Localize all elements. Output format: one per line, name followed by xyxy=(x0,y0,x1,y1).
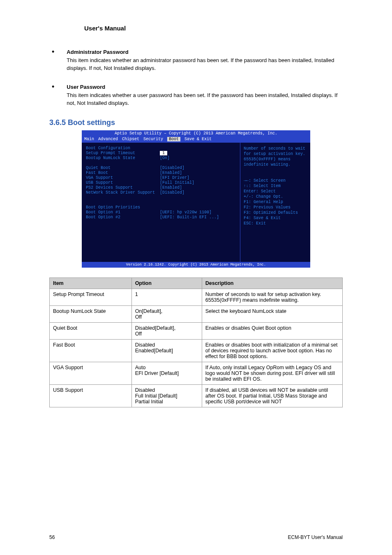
bios-menu-bar: Main Advanced Chipset Security Boot Save… xyxy=(82,136,310,143)
bios-row-value: 1 xyxy=(160,151,167,155)
table-row: Setup Prompt Timeout1Number of seconds t… xyxy=(50,289,343,306)
bios-row-label: PS2 Devices Support xyxy=(86,185,160,190)
manual-title: User's Manual xyxy=(84,25,126,32)
bios-key: →←: Select Screen xyxy=(244,178,307,183)
bullet-title: User Password xyxy=(67,84,343,90)
bios-key: F2: Previous Values xyxy=(244,205,307,210)
bios-row-value: [Enabled] xyxy=(160,171,182,175)
cell-option: Disabled Full Initial [Default] Partial … xyxy=(131,385,202,407)
table-row: Bootup NumLock StateOn[Default], OffSele… xyxy=(50,306,343,323)
bios-row: VGA Support[EFI Driver] xyxy=(86,176,236,180)
th-option: Option xyxy=(131,278,202,289)
bios-row-value: [Enabled] xyxy=(160,185,182,190)
bios-menu-chipset: Chipset xyxy=(122,137,139,141)
bios-row: Bootup NumLock State[On] xyxy=(86,156,236,160)
bios-row: USB Support[Full Initial] xyxy=(86,180,236,185)
bios-key: Enter: Select xyxy=(244,189,307,194)
content: • Administrator Password This item indic… xyxy=(0,36,392,407)
footer-title: ECM-BYT User's Manual xyxy=(288,534,343,540)
bios-row-value: [EFI Driver] xyxy=(160,176,189,180)
bios-help-text: Number of seconds to wait for setup acti… xyxy=(244,146,307,167)
section-heading: 3.6.5 Boot settings xyxy=(49,118,343,127)
bios-body: Boot ConfigurationSetup Prompt Timeout1B… xyxy=(82,143,310,262)
bios-row: PS2 Devices Support[Enabled] xyxy=(86,185,236,190)
bios-key: +/-: Change Opt. xyxy=(244,194,307,199)
bios-row-value: [UEFI: Built-in EFI ...] xyxy=(160,215,219,220)
bios-key-hints: →←: Select Screen ↑↓: Select Item Enter:… xyxy=(244,178,307,226)
bios-row xyxy=(86,195,236,200)
bios-row-label: Boot Option #1 xyxy=(86,210,160,215)
bios-row-label: VGA Support xyxy=(86,176,160,180)
cell-option: 1 xyxy=(131,289,202,306)
cell-item: Bootup NumLock State xyxy=(50,306,132,323)
bullet-user-password: • User Password This item indicates whet… xyxy=(49,84,343,107)
bullet-text: This item indicates whether an administr… xyxy=(67,57,343,72)
cell-option: Auto EFI Driver [Default] xyxy=(131,362,202,385)
bios-row: Boot Configuration xyxy=(86,146,236,150)
bios-row-value: [Disabled] xyxy=(160,190,184,195)
bios-key: ↑↓: Select Item xyxy=(244,183,307,189)
section-title: Boot settings xyxy=(68,118,115,127)
bios-row xyxy=(86,161,236,165)
bios-row: Fast Boot[Enabled] xyxy=(86,171,236,175)
page-header: User's Manual xyxy=(0,0,392,36)
bios-key: F3: Optimized Defaults xyxy=(244,210,307,215)
bios-row-label: Boot Option #2 xyxy=(86,215,160,220)
bullet-admin-password: • Administrator Password This item indic… xyxy=(49,49,343,72)
bullet-dot-icon: • xyxy=(49,49,67,55)
page-number: 56 xyxy=(49,534,55,540)
bios-row-label: Boot Configuration xyxy=(86,146,160,150)
bios-row: Boot Option Priorities xyxy=(86,205,236,210)
cell-item: Fast Boot xyxy=(50,340,132,362)
cell-description: Number of seconds to wait for setup acti… xyxy=(202,289,342,306)
bios-row-label: Setup Prompt Timeout xyxy=(86,151,160,155)
bios-row: NetWork Stack Driver Support[Disabled] xyxy=(86,190,236,195)
bios-row: Boot Option #1[UEFI: hp v220w 1100] xyxy=(86,210,236,215)
bios-menu-boot: Boot xyxy=(167,137,180,141)
bios-row-label xyxy=(86,200,160,205)
bios-left-panel: Boot ConfigurationSetup Prompt Timeout1B… xyxy=(82,143,240,262)
cell-item: VGA Support xyxy=(50,362,132,385)
definition-table: Item Option Description Setup Prompt Tim… xyxy=(49,278,343,407)
bios-key: F1: General Help xyxy=(244,199,307,205)
bullet-body: Administrator Password This item indicat… xyxy=(67,49,343,72)
table-row: VGA SupportAuto EFI Driver [Default]If A… xyxy=(50,362,343,385)
cell-description: Enables or disables boot with initializa… xyxy=(202,340,342,362)
bullet-dot-icon: • xyxy=(49,84,67,90)
bios-key: F4: Save & Exit xyxy=(244,215,307,221)
bios-footer: Version 2.16.1242. Copyright (C) 2013 Am… xyxy=(82,262,310,268)
cell-item: Quiet Boot xyxy=(50,323,132,340)
table-row: Quiet BootDisabled[Default], OffEnables … xyxy=(50,323,343,340)
cell-option: Disabled[Default], Off xyxy=(131,323,202,340)
cell-option: On[Default], Off xyxy=(131,306,202,323)
cell-item: Setup Prompt Timeout xyxy=(50,289,132,306)
th-item: Item xyxy=(50,278,132,289)
bios-row-label xyxy=(86,161,160,165)
bios-row-label: Fast Boot xyxy=(86,171,160,175)
cell-description: If Auto, only install Legacy OpRom with … xyxy=(202,362,342,385)
cell-description: If disabled, all USB devices will NOT be… xyxy=(202,385,342,407)
bios-row-value: [Full Initial] xyxy=(160,180,194,185)
cell-option: Disabled Enabled[Default] xyxy=(131,340,202,362)
bios-menu-security: Security xyxy=(143,137,163,141)
cell-item: USB Support xyxy=(50,385,132,407)
bios-title-bar: Aptio Setup Utility – Copyright (C) 2013… xyxy=(82,130,310,136)
bios-row: Quiet Boot[Disabled] xyxy=(86,166,236,170)
bios-screenshot: Aptio Setup Utility – Copyright (C) 2013… xyxy=(82,130,310,268)
bios-row-label xyxy=(86,195,160,200)
bios-row-value: [UEFI: hp v220w 1100] xyxy=(160,210,212,215)
bios-key: ESC: Exit xyxy=(244,221,307,226)
bios-right-panel: Number of seconds to wait for setup acti… xyxy=(240,143,310,262)
bios-menu-save-exit: Save & Exit xyxy=(184,137,212,141)
bios-row-value: [On] xyxy=(160,156,170,160)
cell-description: Enables or disables Quiet Boot option xyxy=(202,323,342,340)
bios-row-label: Bootup NumLock State xyxy=(86,156,160,160)
bios-row: Boot Option #2[UEFI: Built-in EFI ...] xyxy=(86,215,236,220)
bullet-body: User Password This item indicates whethe… xyxy=(67,84,343,107)
table-row: USB SupportDisabled Full Initial [Defaul… xyxy=(50,385,343,407)
bios-menu-advanced: Advanced xyxy=(98,137,118,141)
bios-row-label: Boot Option Priorities xyxy=(86,205,160,210)
bios-row-label: Quiet Boot xyxy=(86,166,160,170)
bios-row: Setup Prompt Timeout1 xyxy=(86,151,236,155)
cell-description: Select the keyboard NumLock state xyxy=(202,306,342,323)
